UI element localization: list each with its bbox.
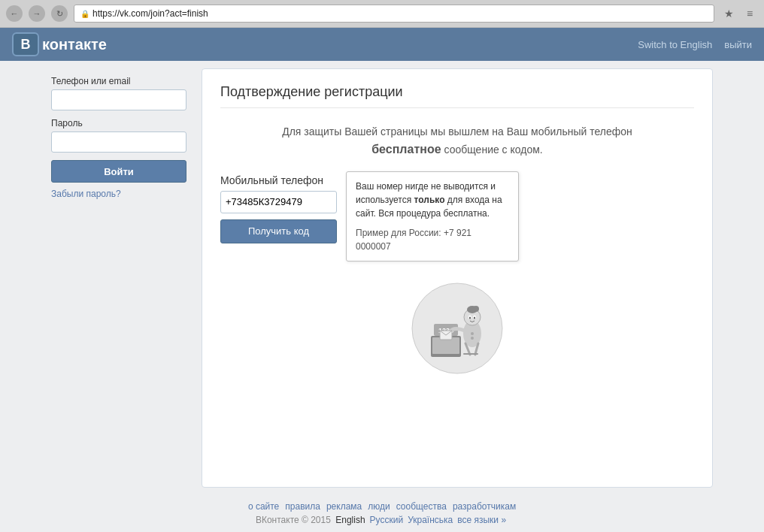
page-layout: Телефон или email Пароль Войти Забыли па… <box>44 61 720 495</box>
free-word: бесплатное <box>371 143 441 156</box>
login-button[interactable]: Войти <box>51 160 186 183</box>
lock-icon: 🔒 <box>80 10 89 18</box>
svg-point-15 <box>471 332 474 335</box>
phone-label-group: Мобильный телефон Получить код <box>220 174 337 243</box>
back-button[interactable]: ← <box>6 5 23 22</box>
reload-button[interactable]: ↻ <box>51 5 68 22</box>
footer-lang-link[interactable]: Українська <box>408 515 453 525</box>
phone-input[interactable] <box>220 191 337 213</box>
phone-email-label: Телефон или email <box>51 76 186 86</box>
main-content: Подтверждение регистрации Для защиты Ваш… <box>202 68 713 488</box>
phone-section: Мобильный телефон Получить код Ваш номер… <box>220 174 694 264</box>
illustration-container: 1234 <box>220 280 694 377</box>
phone-email-input[interactable] <box>51 89 186 110</box>
header-right: Switch to English выйти <box>638 39 752 50</box>
footer-link[interactable]: правила <box>285 501 320 512</box>
sidebar: Телефон или email Пароль Войти Забыли па… <box>44 68 194 488</box>
phone-input-row <box>220 191 337 213</box>
logout-link[interactable]: выйти <box>724 39 752 50</box>
password-label: Пароль <box>51 118 186 128</box>
footer-link[interactable]: реклама <box>326 501 362 512</box>
menu-button[interactable]: ≡ <box>741 5 758 22</box>
svg-point-12 <box>474 316 475 319</box>
footer-lang-link[interactable]: Русский <box>370 515 404 525</box>
copyright: ВКонтакте © 2015 <box>256 515 333 525</box>
vk-logo: В контакте <box>12 32 107 56</box>
password-input[interactable] <box>51 131 186 153</box>
tooltip-example: Пример для России: +7 921 0000007 <box>356 226 509 253</box>
switch-language-link[interactable]: Switch to English <box>638 39 712 50</box>
address-bar[interactable]: 🔒 https://vk.com/join?act=finish <box>74 5 714 23</box>
phone-field-label: Мобильный телефон <box>220 174 323 186</box>
svg-point-11 <box>469 316 471 319</box>
phone-tooltip: Ваш номер нигде не выводится и используе… <box>346 171 519 261</box>
phone-illustration: 1234 <box>408 280 506 377</box>
site-header: В контакте Switch to English выйти <box>0 28 764 61</box>
footer: о сайтеправиларекламалюдисообществаразра… <box>0 495 764 528</box>
footer-link[interactable]: сообщества <box>396 501 447 512</box>
footer-links: о сайтеправиларекламалюдисообществаразра… <box>0 501 764 512</box>
footer-link[interactable]: люди <box>368 501 390 512</box>
svg-rect-14 <box>463 353 478 355</box>
footer-lang-links: ВКонтакте © 2015 EnglishРусскийУкраїнськ… <box>0 515 764 525</box>
footer-link[interactable]: разработчикам <box>453 501 516 512</box>
vk-logo-text: контакте <box>42 36 107 53</box>
vk-logo-icon: В <box>12 32 39 56</box>
browser-chrome: ← → ↻ 🔒 https://vk.com/join?act=finish ★… <box>0 0 764 28</box>
confirm-description: Для защиты Вашей страницы мы вышлем на В… <box>220 123 694 159</box>
footer-lang-link: English <box>335 515 365 525</box>
svg-point-16 <box>471 337 474 340</box>
get-code-button[interactable]: Получить код <box>220 219 337 243</box>
footer-link[interactable]: о сайте <box>248 501 279 512</box>
star-button[interactable]: ★ <box>720 5 737 22</box>
description-line2: сообщение с кодом. <box>441 144 543 156</box>
forgot-password-link[interactable]: Забыли пароль? <box>51 189 186 199</box>
tooltip-bold: только <box>414 195 445 205</box>
description-line1: Для защиты Вашей страницы мы вышлем на В… <box>282 125 632 138</box>
url-text: https://vk.com/join?act=finish <box>92 8 208 19</box>
svg-point-8 <box>473 306 479 312</box>
browser-right-icons: ★ ≡ <box>720 5 758 22</box>
forward-button[interactable]: → <box>29 5 45 22</box>
page-title: Подтверждение регистрации <box>220 84 694 108</box>
footer-lang-link[interactable]: все языки » <box>457 515 506 525</box>
